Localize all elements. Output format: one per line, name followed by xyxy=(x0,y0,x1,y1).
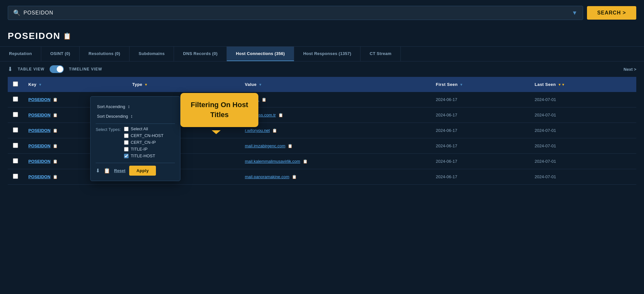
row-checkbox-cell[interactable] xyxy=(8,123,23,138)
row-copy-icon[interactable]: 📋 xyxy=(53,113,58,117)
toolbar-row: ⬇ TABLE VIEW TIMELINE VIEW Next > xyxy=(0,61,644,77)
value-link[interactable]: mail.kalemmalimusavirlik.com xyxy=(245,159,300,164)
table-view-label: TABLE VIEW xyxy=(18,67,44,71)
key-link[interactable]: POSEIDON xyxy=(28,128,51,133)
checkbox-title-ip[interactable]: TITLE-IP xyxy=(124,147,164,152)
row-checkbox[interactable] xyxy=(13,112,18,117)
search-bar: 🔍 ▼ SEARCH > xyxy=(0,0,644,26)
table-header-row: Key ▼ Type ▼ Value ▼ xyxy=(8,77,636,92)
row-checkbox-cell[interactable] xyxy=(8,154,23,169)
value-link[interactable]: r.wiforyou.net xyxy=(245,128,270,133)
dropdown-actions: ⬇ 📋 Reset Apply xyxy=(96,163,175,176)
checkbox-cert-cn-ip-input[interactable] xyxy=(124,140,129,145)
value-link[interactable]: mail.panoramakine.com xyxy=(245,174,289,179)
key-link[interactable]: POSEIDON xyxy=(28,174,51,179)
row-checkbox[interactable] xyxy=(13,127,18,133)
row-checkbox[interactable] xyxy=(13,96,18,102)
table-wrapper: Key ▼ Type ▼ Value ▼ xyxy=(0,77,644,185)
checkbox-title-ip-input[interactable] xyxy=(124,147,129,152)
apply-button[interactable]: Apply xyxy=(129,166,156,176)
row-checkbox[interactable] xyxy=(13,143,18,148)
checkbox-select-all[interactable]: Select All xyxy=(124,126,164,131)
download-icon[interactable]: ⬇ xyxy=(8,66,13,73)
type-filter-icon[interactable]: ▼ xyxy=(144,83,148,87)
row-copy-icon[interactable]: 📋 xyxy=(53,128,58,133)
col-header-last-seen[interactable]: Last Seen ▼▼ xyxy=(529,77,636,92)
row-checkbox[interactable] xyxy=(13,174,18,179)
value-copy-icon[interactable]: 📋 xyxy=(278,113,283,117)
row-copy-icon[interactable]: 📋 xyxy=(53,144,58,148)
sort-ascending-option[interactable]: Sort Ascending ↕ xyxy=(96,102,175,111)
row-first-seen: 2024-06-17 xyxy=(431,138,530,154)
dropdown-separator xyxy=(96,124,175,124)
key-filter-icon[interactable]: ▼ xyxy=(38,83,42,87)
row-last-seen: 2024-07-01 xyxy=(529,138,636,154)
row-value: r.wiforyou.net 📋 xyxy=(240,123,431,138)
value-copy-icon[interactable]: 📋 xyxy=(262,97,266,102)
key-link[interactable]: POSEIDON xyxy=(28,143,51,148)
col-header-value[interactable]: Value ▼ xyxy=(240,77,431,92)
tab-osint[interactable]: OSINT (0) xyxy=(41,47,80,61)
row-first-seen: 2024-06-17 xyxy=(431,123,530,138)
search-button[interactable]: SEARCH > xyxy=(587,6,636,20)
sort-descending-option[interactable]: Sort Descending ↕ xyxy=(96,111,175,121)
value-link[interactable]: mail.imzabirgenc.com xyxy=(245,143,285,148)
filter-funnel-icon[interactable]: ▼ xyxy=(572,10,578,16)
reset-button[interactable]: Reset xyxy=(114,168,125,173)
select-all-checkbox[interactable] xyxy=(13,81,18,87)
row-copy-icon[interactable]: 📋 xyxy=(53,175,58,179)
tab-host-responses[interactable]: Host Responses (1357) xyxy=(294,47,360,61)
row-checkbox[interactable] xyxy=(13,158,18,163)
search-icon: 🔍 xyxy=(13,9,20,16)
row-first-seen: 2024-06-17 xyxy=(431,154,530,169)
toggle-knob xyxy=(57,66,63,72)
col-header-first-seen[interactable]: First Seen ▼ xyxy=(431,77,530,92)
value-copy-icon[interactable]: 📋 xyxy=(303,159,308,164)
row-checkbox-cell[interactable] xyxy=(8,107,23,123)
key-link[interactable]: POSEIDON xyxy=(28,97,51,102)
key-link[interactable]: POSEIDON xyxy=(28,113,51,117)
row-first-seen: 2024-06-17 xyxy=(431,169,530,185)
last-seen-filter-icon[interactable]: ▼▼ xyxy=(558,83,565,87)
checkbox-title-host[interactable]: TITLE-HOST xyxy=(124,153,164,158)
row-checkbox-cell[interactable] xyxy=(8,92,23,107)
type-filter-dropdown: Sort Ascending ↕ Sort Descending ↕ Selec… xyxy=(90,96,180,181)
row-value: kompress.com.tr 📋 xyxy=(240,107,431,123)
value-filter-icon[interactable]: ▼ xyxy=(258,83,262,87)
value-copy-icon[interactable]: 📋 xyxy=(272,128,277,133)
view-toggle-switch[interactable] xyxy=(50,65,64,73)
row-checkbox-cell[interactable] xyxy=(8,169,23,185)
first-seen-filter-icon[interactable]: ▼ xyxy=(460,83,463,87)
row-copy-icon[interactable]: 📋 xyxy=(53,159,58,164)
checkbox-cert-cn-host-input[interactable] xyxy=(124,133,129,138)
tab-subdomains[interactable]: Subdomains xyxy=(130,47,174,61)
checkbox-select-all-input[interactable] xyxy=(124,127,129,131)
col-header-type[interactable]: Type ▼ xyxy=(127,77,240,92)
tab-resolutions[interactable]: Resolutions (0) xyxy=(80,47,130,61)
next-button[interactable]: Next > xyxy=(624,67,636,72)
search-input[interactable] xyxy=(24,10,569,16)
tab-ct-stream[interactable]: CT Stream xyxy=(360,47,401,61)
select-types-row: Select Types: Select All CERT_CN-HOST CE… xyxy=(96,126,175,158)
tab-reputation[interactable]: Reputation xyxy=(0,47,41,61)
col-header-key[interactable]: Key ▼ xyxy=(23,77,127,92)
tab-host-connections[interactable]: Host Connections (356) xyxy=(227,47,294,61)
sort-descending-icon: ↕ xyxy=(130,114,133,119)
checkbox-cert-cn-ip-label: CERT_CN-IP xyxy=(131,140,156,145)
key-link[interactable]: POSEIDON xyxy=(28,159,51,164)
row-copy-icon[interactable]: 📋 xyxy=(53,97,58,102)
select-all-header[interactable] xyxy=(8,77,23,92)
export-icon[interactable]: 📋 xyxy=(63,32,71,40)
tab-dns-records[interactable]: DNS Records (0) xyxy=(174,47,227,61)
checkbox-title-host-input[interactable] xyxy=(124,154,129,158)
value-copy-icon[interactable]: 📋 xyxy=(288,144,293,148)
dropdown-copy-icon[interactable]: 📋 xyxy=(104,168,110,174)
page-title: POSEIDON xyxy=(8,31,61,41)
dropdown-download-icon[interactable]: ⬇ xyxy=(96,168,100,174)
row-checkbox-cell[interactable] xyxy=(8,138,23,154)
checkbox-select-all-label: Select All xyxy=(131,126,148,131)
checkbox-cert-cn-ip[interactable]: CERT_CN-IP xyxy=(124,140,164,145)
sort-ascending-icon: ↕ xyxy=(128,104,130,109)
value-copy-icon[interactable]: 📋 xyxy=(292,175,297,179)
checkbox-cert-cn-host[interactable]: CERT_CN-HOST xyxy=(124,133,164,138)
